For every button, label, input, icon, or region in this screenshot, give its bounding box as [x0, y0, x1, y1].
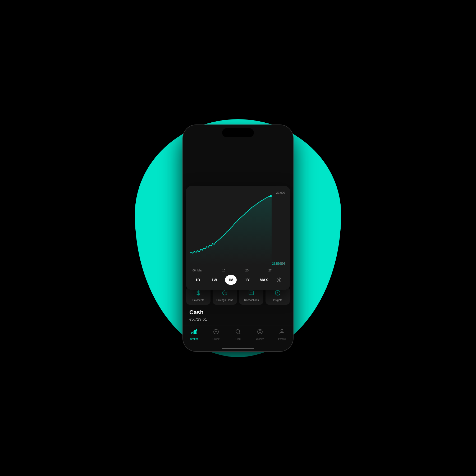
time-btn-1d[interactable]: 1D: [192, 275, 204, 285]
time-btn-1w[interactable]: 1W: [208, 275, 220, 285]
broker-tab-icon: [191, 329, 197, 336]
home-indicator: [222, 348, 254, 349]
x-label-3: 20: [245, 269, 249, 272]
y-label-top: 29,000: [272, 191, 285, 194]
broker-tab-label: Broker: [190, 338, 198, 340]
svg-point-17: [258, 329, 262, 334]
svg-point-18: [259, 331, 261, 333]
svg-rect-8: [191, 332, 192, 334]
tab-wealth[interactable]: Wealth: [252, 329, 268, 340]
x-label-2: 13: [222, 269, 225, 272]
insights-label: Insights: [273, 299, 282, 302]
profile-tab-icon: [279, 329, 285, 336]
svg-point-15: [236, 330, 240, 333]
settings-button[interactable]: [274, 275, 284, 285]
payments-icon: [195, 290, 201, 297]
cash-title: Cash: [189, 309, 287, 316]
x-axis-labels: 06. Mar 13 20 27: [190, 267, 286, 272]
insights-icon: [275, 290, 281, 297]
wealth-tab-label: Wealth: [256, 338, 264, 340]
chart-area: 29,000 28,550.65 24,500: [190, 191, 286, 265]
transactions-icon: [248, 290, 254, 297]
credit-tab-icon: [213, 329, 219, 336]
tab-bar: Broker Credit: [183, 326, 293, 347]
tab-credit[interactable]: Credit: [208, 329, 224, 340]
svg-line-16: [239, 333, 240, 334]
y-label-bottom: 24,500: [276, 262, 285, 265]
tab-find[interactable]: Find: [230, 329, 246, 340]
time-btn-max[interactable]: MAX: [258, 275, 270, 285]
dynamic-island: [222, 128, 254, 137]
cash-amount: €5,729.61: [189, 317, 287, 321]
profile-tab-label: Profile: [278, 338, 286, 340]
savings-icon: [222, 290, 228, 297]
savings-label: Savings Plans: [216, 299, 233, 302]
tab-broker[interactable]: Broker: [186, 329, 202, 340]
wealth-tab-icon: [257, 329, 263, 336]
time-btn-1m[interactable]: 1M: [225, 275, 237, 285]
svg-rect-9: [193, 331, 194, 334]
chart-svg-container: [190, 191, 272, 265]
credit-tab-label: Credit: [212, 338, 219, 340]
tab-profile[interactable]: Profile: [274, 329, 290, 340]
svg-point-19: [281, 329, 283, 331]
svg-point-0: [278, 279, 280, 280]
chart-card: 29,000 28,550.65 24,500: [186, 186, 290, 290]
time-btn-1y[interactable]: 1Y: [241, 275, 253, 285]
find-tab-label: Find: [235, 338, 240, 340]
chart-y-labels: 29,000 28,550.65 24,500: [271, 191, 286, 265]
chart-line: [190, 191, 272, 265]
phone-frame: 11:22 📶: [182, 124, 294, 352]
time-controls: 1D 1W 1M 1Y MAX: [190, 272, 286, 286]
find-tab-icon: [235, 329, 241, 336]
cash-section: Cash €5,729.61: [183, 309, 293, 326]
payments-label: Payments: [193, 299, 204, 302]
x-label-1: 06. Mar: [193, 269, 202, 272]
x-label-4: 27: [268, 269, 272, 272]
transactions-label: Transactions: [244, 299, 259, 302]
